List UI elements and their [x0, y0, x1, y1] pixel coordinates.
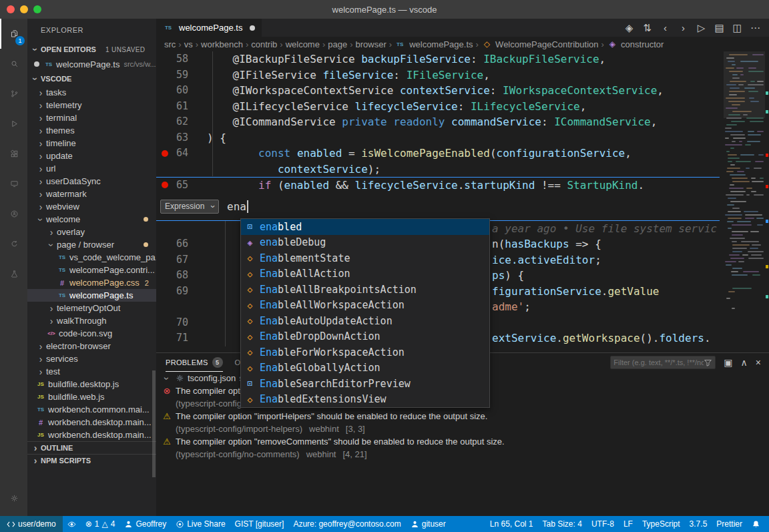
activity-item-manage[interactable] [0, 483, 27, 513]
gutter[interactable]: 67 [156, 252, 207, 268]
maximize-panel-icon[interactable]: ∧ [741, 358, 748, 367]
tree-item[interactable]: ›terminal [27, 111, 156, 124]
minimap[interactable] [724, 51, 765, 352]
gutter[interactable]: 70 [156, 315, 207, 331]
breadcrumb-item[interactable]: welcome [286, 39, 320, 49]
close-panel-icon[interactable]: × [756, 358, 761, 367]
tree-item[interactable]: ›userDataSync [27, 175, 156, 188]
status-item-problems-summary[interactable]: ⊗1△4 [81, 516, 120, 532]
tree-item[interactable]: ›watermark [27, 188, 156, 200]
suggestion-item[interactable]: ◇EnableAutoUpdateAction [241, 313, 489, 329]
tree-item[interactable]: ›webview [27, 200, 156, 213]
tree-item[interactable]: #workbench.desktop.main... [27, 416, 156, 429]
tree-item[interactable]: JSbuildfile.desktop.js [27, 378, 156, 390]
gutter[interactable]: 61 [156, 99, 207, 115]
activity-item-run-and-debug[interactable] [0, 109, 27, 139]
open-changes-icon[interactable]: ◈ [621, 20, 637, 36]
breadcrumb-item[interactable]: ◇WelcomePageContribution [481, 39, 599, 49]
customize-layout-icon[interactable]: ▤ [711, 20, 728, 36]
tree-item[interactable]: ›tasks [27, 86, 156, 99]
gutter[interactable]: 71 [156, 330, 207, 346]
panel-tab-problems[interactable]: PROBLEMS5 [166, 353, 223, 372]
folder-section-header[interactable]: › VSCODE [27, 71, 156, 86]
tree-item[interactable]: ›test [27, 365, 156, 378]
breadcrumb-item[interactable]: ◈constructor [607, 39, 664, 49]
suggestion-item[interactable]: ◇EnableAllAction [241, 266, 489, 282]
status-item-account[interactable]: Geoffrey [119, 516, 171, 532]
tree-item[interactable]: ›telemetry [27, 99, 156, 111]
expression-type-select[interactable]: Expression› [160, 200, 219, 214]
gutter[interactable]: 65 [156, 178, 207, 193]
navigate-forward-icon[interactable]: › [675, 20, 692, 36]
status-item-ts-version[interactable]: 3.7.5 [685, 516, 712, 532]
breakpoint-icon[interactable] [162, 150, 168, 157]
more-actions-icon[interactable]: ⋯ [747, 20, 764, 36]
close-window-button[interactable] [7, 5, 15, 13]
status-item-language-mode[interactable]: TypeScript [637, 516, 685, 532]
tree-item[interactable]: ›welcome [27, 213, 156, 226]
tree-item[interactable]: ›telemetryOptOut [27, 302, 156, 314]
filter-input[interactable] [613, 358, 704, 366]
breadcrumb-item[interactable]: TSwelcomePage.ts [395, 39, 473, 49]
breadcrumb-item[interactable]: page [328, 39, 347, 49]
tree-item[interactable]: TSwelcomePage.contri... [27, 264, 156, 276]
gutter[interactable] [156, 221, 207, 237]
status-item-eol[interactable]: LF [619, 516, 637, 532]
activity-item-live-share[interactable] [0, 199, 27, 229]
breadcrumb-item[interactable]: vs [184, 39, 193, 49]
tree-item[interactable]: ›electron-browser [27, 340, 156, 352]
tree-item[interactable]: ›timeline [27, 137, 156, 150]
status-item-github-user[interactable]: gituser [406, 516, 451, 532]
activity-item-extensions[interactable] [0, 139, 27, 169]
tree-item[interactable]: ›url [27, 162, 156, 175]
suggestion-item[interactable]: ◇EnableDropDownAction [241, 329, 489, 345]
problem-item[interactable]: ⚠The compiler option "removeComments" sh… [156, 435, 769, 448]
status-item-screencast-mode[interactable] [63, 516, 81, 532]
gutter[interactable]: 60 [156, 83, 207, 99]
tree-item[interactable]: #welcomePage.css2 [27, 276, 156, 289]
status-item-remote-indicator[interactable]: user/demo [0, 516, 63, 532]
tree-item[interactable]: ›overlay [27, 226, 156, 238]
suggestion-item[interactable]: ◈enableDebug [241, 235, 489, 251]
sidebar-scrollbar[interactable] [152, 370, 156, 477]
status-item-notifications[interactable] [747, 516, 765, 532]
panel-layout-icon[interactable]: ▣ [724, 358, 732, 367]
gutter[interactable]: 66 [156, 236, 207, 252]
status-item-live-share[interactable]: Live Share [171, 516, 230, 532]
suggestion-item[interactable]: ⊡EnableSearchEditorPreview [241, 376, 489, 392]
status-item-cursor-position[interactable]: Ln 65, Col 1 [485, 516, 538, 532]
zoom-window-button[interactable] [33, 5, 41, 13]
sidebar-section-outline[interactable]: ›OUTLINE [27, 441, 156, 454]
activity-item-search[interactable] [0, 49, 27, 79]
gutter[interactable] [156, 299, 207, 315]
suggestion-item[interactable]: ◇EnableGloballyAction [241, 360, 489, 376]
status-item-encoding[interactable]: UTF-8 [587, 516, 619, 532]
suggestion-item[interactable]: ◇EnablementState [241, 250, 489, 266]
open-editor-item[interactable]: TSwelcomePage.tssrc/vs/w... [27, 57, 156, 71]
activity-item-testing[interactable] [0, 259, 27, 289]
tab-welcomepage-ts[interactable]: TSwelcomePage.ts [156, 19, 262, 37]
problem-item[interactable]: ⚠The compiler option "importHelpers" sho… [156, 410, 769, 423]
status-item-azure-account[interactable]: Azure: geoffrey@contoso.com [288, 516, 405, 532]
run-icon[interactable]: ▷ [693, 20, 710, 36]
git-graph-icon[interactable]: ⇅ [639, 20, 656, 36]
gutter[interactable]: 69 [156, 284, 207, 300]
status-item-gist[interactable]: GIST [gituser] [230, 516, 289, 532]
tree-item[interactable]: ›services [27, 352, 156, 365]
status-item-formatter[interactable]: Prettier [712, 516, 747, 532]
activity-item-explorer[interactable]: 1 [0, 19, 27, 49]
tree-item[interactable]: ›page / browser [27, 238, 156, 251]
breadcrumb-item[interactable]: workbench [201, 39, 243, 49]
gutter[interactable]: 58 [156, 51, 207, 67]
suggestion-item[interactable]: ◇EnabledExtensionsView [241, 392, 489, 408]
tree-item[interactable]: ›update [27, 150, 156, 162]
activity-item-source-control[interactable] [0, 79, 27, 109]
tree-item[interactable]: JSworkbench.desktop.main... [27, 429, 156, 441]
suggestion-item[interactable]: ◇EnableAllBreakpointsAction [241, 282, 489, 298]
suggestion-item[interactable]: ◇EnableAllWorkspaceAction [241, 298, 489, 314]
tree-item[interactable]: </>code-icon.svg [27, 327, 156, 340]
status-item-tab-size[interactable]: Tab Size: 4 [538, 516, 587, 532]
suggestion-item[interactable]: ◇EnableForWorkspaceAction [241, 344, 489, 360]
activity-item-remote-explorer[interactable] [0, 169, 27, 199]
gutter[interactable]: 62 [156, 114, 207, 130]
